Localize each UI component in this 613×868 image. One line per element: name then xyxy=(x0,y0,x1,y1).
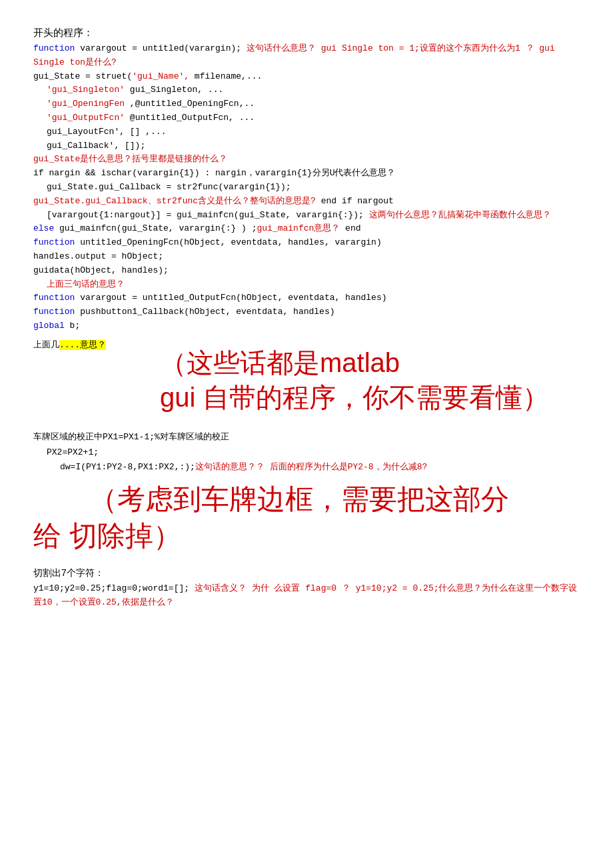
big-annotation-2-text: （考虑到车牌边框，需要把这部分给 切除掉） xyxy=(33,481,580,554)
small-above: 上面几....意思？ xyxy=(33,339,153,353)
small-above-text: 上面几 xyxy=(33,340,59,350)
code-text-nargin: if nargin && ischar(varargin{1}) : nargi… xyxy=(33,168,395,178)
code-text-callback: gui_State.gui_Callback = str2func(vararg… xyxy=(47,182,291,192)
code-line-three-sentences: 上面三句话的意思？ xyxy=(33,278,580,292)
keyword-function-4: function xyxy=(33,307,75,317)
big-annotation-row: 上面几....意思？ （这些话都是matlabgui 自带的程序，你不需要看懂） xyxy=(33,339,580,421)
code-text-dw: dw=I(PY1:PY2-8,PX1:PX2,:); xyxy=(60,462,195,472)
plate-line-dw: dw=I(PY1:PY2-8,PX1:PX2,:);这句话的意思？？ 后面的程序… xyxy=(33,461,580,475)
comment-three-sentences: 上面三句话的意思？ xyxy=(47,279,125,289)
cut-section: 切割出7个字符： y1=10;y2=0.25;flag=0;word1=[]; … xyxy=(33,567,580,610)
code-line-2d: 'gui_OutputFcn' @untitled_OutputFcn, ... xyxy=(33,111,580,125)
code-text-2a: gui_State = struet( xyxy=(33,71,132,81)
plate-line-px2: PX2=PX2+1; xyxy=(33,446,580,460)
code-line-comment-guistate: gui_State是什么意思？括号里都是链接的什么？ xyxy=(33,153,580,167)
code-text-2g: gui_Callback', []); xyxy=(47,141,145,151)
plate-title: 车牌区域的校正中PX1=PX1-1;%对车牌区域的校正 xyxy=(33,432,229,442)
comment-callback: gui_State.gui_Callback、str2func含义是什么？整句话… xyxy=(33,196,316,206)
code-line-varargout: [varargout{1:nargout}] = gui_mainfcn(gui… xyxy=(33,209,580,223)
string-gui-outputfcn: 'gui_OutputFcn' xyxy=(47,113,125,123)
code-text-1a: varargout = untitled(varargin); xyxy=(75,43,246,53)
code-line-global: global b; xyxy=(33,319,580,333)
plate-section: 车牌区域的校正中PX1=PX1-1;%对车牌区域的校正 PX2=PX2+1; d… xyxy=(33,431,580,475)
code-block-main: function varargout = untitled(varargin);… xyxy=(33,42,580,333)
code-text-2b: mfilename,... xyxy=(189,71,262,81)
code-line-guidata: guidata(hObject, handles); xyxy=(33,264,580,278)
keyword-function-3: function xyxy=(33,293,75,303)
code-line-2c: 'gui_OpeningFen ,@untitled_OpeningFcn,.. xyxy=(33,97,580,111)
string-gui-openingfen: 'gui_OpeningFen xyxy=(47,99,125,109)
code-text-pushbutton: pushbutton1_Callback(hObject, eventdata,… xyxy=(75,307,334,317)
comment-guistate: gui_State是什么意思？括号里都是链接的什么？ xyxy=(33,154,227,164)
code-line-callback-comment: gui_State.gui_Callback、str2func含义是什么？整句话… xyxy=(33,195,580,209)
code-line-nargin: if nargin && ischar(varargin{1}) : nargi… xyxy=(33,167,580,181)
code-text-handles: handles.output = hObject; xyxy=(33,251,163,261)
code-text-endif: end if nargout xyxy=(316,196,394,206)
code-text-global: b; xyxy=(65,321,80,331)
comment-else: gui_mainfcn意思？ xyxy=(257,223,340,233)
keyword-global: global xyxy=(33,321,65,331)
code-text-outputfcn: varargout = untitled_OutputFcn(hObject, … xyxy=(75,293,386,303)
code-text-guidata: guidata(hObject, handles); xyxy=(33,265,169,275)
code-text-else: gui_mainfcn(gui_State, varargin{:} ) ; xyxy=(54,223,257,233)
code-line-outputfcn: function varargout = untitled_OutputFcn(… xyxy=(33,291,580,305)
code-text-2f: gui_LayoutFcn', [] ,... xyxy=(47,127,166,137)
code-text-opening: untitled_OpeningFcn(hObject, eventdata, … xyxy=(75,237,381,247)
code-line-1: function varargout = untitled(varargin);… xyxy=(33,42,580,70)
code-line-else: else gui_mainfcn(gui_State, varargin{:} … xyxy=(33,222,580,236)
keyword-else: else xyxy=(33,223,54,233)
code-text-2e: @untitled_OutputFcn, ... xyxy=(125,113,255,123)
string-gui-singleton: 'gui_Singleton' xyxy=(47,85,125,95)
code-text-px2: PX2=PX2+1; xyxy=(47,447,99,457)
code-text-varargout: [varargout{1:nargout}] = gui_mainfcn(gui… xyxy=(47,210,364,220)
code-text-2c: gui_Singleton, ... xyxy=(125,85,223,95)
big-annotation-1-text: （这些话都是matlabgui 自带的程序，你不需要看懂） xyxy=(160,345,580,415)
keyword-function-2: function xyxy=(33,237,75,247)
code-text-y1y2: y1=10;y2=0.25;flag=0;word1=[]; xyxy=(33,583,189,593)
code-text-2d: ,@untitled_OpeningFcn,.. xyxy=(125,99,255,109)
code-line-2f: gui_Callback', []); xyxy=(33,139,580,153)
comment-dw: 这句话的意思？？ 后面的程序为什么是PY2-8，为什么减8? xyxy=(195,462,427,472)
big-annotation-container-1: 上面几....意思？ （这些话都是matlabgui 自带的程序，你不需要看懂） xyxy=(33,339,580,421)
code-line-callback: gui_State.gui_Callback = str2func(vararg… xyxy=(33,181,580,195)
plate-title-line: 车牌区域的校正中PX1=PX1-1;%对车牌区域的校正 xyxy=(33,431,580,445)
comment-varargout: 这两句什么意思？乱搞菊花中哥函数什么意思？ xyxy=(364,210,551,220)
small-above-highlight: ....意思？ xyxy=(59,340,106,350)
code-line-opening: function untitled_OpeningFcn(hObject, ev… xyxy=(33,236,580,250)
cut-line-1: y1=10;y2=0.25;flag=0;word1=[]; 这句话含义？ 为什… xyxy=(33,582,580,610)
code-line-pushbutton: function pushbutton1_Callback(hObject, e… xyxy=(33,305,580,319)
code-line-2: gui_State = struet('gui_Name', mfilename… xyxy=(33,70,580,84)
cut-section-title: 切割出7个字符： xyxy=(33,567,580,579)
string-gui-name: 'gui_Name', xyxy=(132,71,189,81)
code-line-handles-output: handles.output = hObject; xyxy=(33,250,580,264)
code-line-2e: gui_LayoutFcn', [] ,... xyxy=(33,125,580,139)
keyword-function-1: function xyxy=(33,43,75,53)
intro-label: 开头的程序： xyxy=(33,27,580,39)
page-container: 开头的程序： function varargout = untitled(var… xyxy=(33,27,580,610)
small-text-above-big: 上面几....意思？ xyxy=(33,339,153,354)
code-text-end: end xyxy=(340,223,360,233)
code-line-2b: 'gui_Singleton' gui_Singleton, ... xyxy=(33,83,580,97)
